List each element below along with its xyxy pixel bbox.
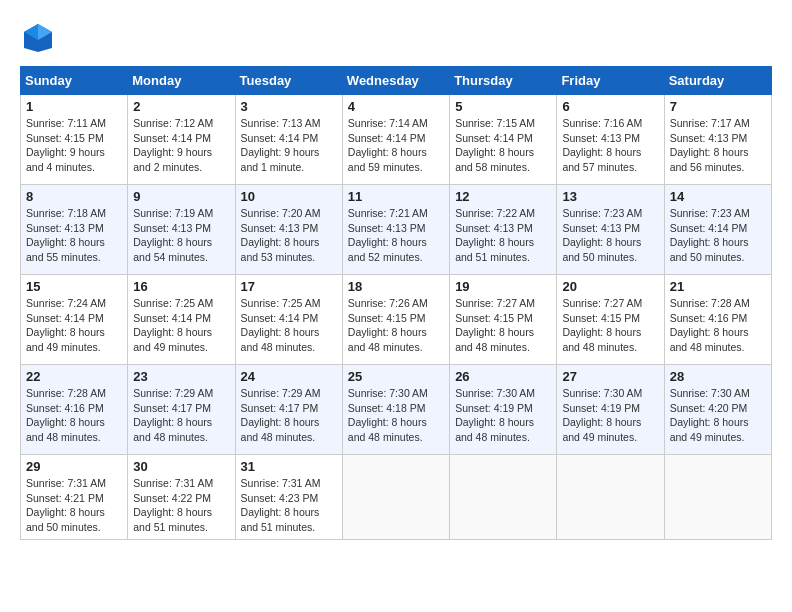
day-number: 6 (562, 99, 658, 114)
day-number: 8 (26, 189, 122, 204)
calendar-week-2: 8Sunrise: 7:18 AM Sunset: 4:13 PM Daylig… (21, 185, 772, 275)
calendar-cell: 22Sunrise: 7:28 AM Sunset: 4:16 PM Dayli… (21, 365, 128, 455)
calendar-cell: 26Sunrise: 7:30 AM Sunset: 4:19 PM Dayli… (450, 365, 557, 455)
calendar-cell: 23Sunrise: 7:29 AM Sunset: 4:17 PM Dayli… (128, 365, 235, 455)
day-info: Sunrise: 7:26 AM Sunset: 4:15 PM Dayligh… (348, 296, 444, 355)
day-number: 27 (562, 369, 658, 384)
day-number: 28 (670, 369, 766, 384)
calendar-week-1: 1Sunrise: 7:11 AM Sunset: 4:15 PM Daylig… (21, 95, 772, 185)
day-number: 10 (241, 189, 337, 204)
day-info: Sunrise: 7:16 AM Sunset: 4:13 PM Dayligh… (562, 116, 658, 175)
day-info: Sunrise: 7:28 AM Sunset: 4:16 PM Dayligh… (670, 296, 766, 355)
calendar-cell: 27Sunrise: 7:30 AM Sunset: 4:19 PM Dayli… (557, 365, 664, 455)
day-number: 26 (455, 369, 551, 384)
day-number: 20 (562, 279, 658, 294)
calendar-cell: 31Sunrise: 7:31 AM Sunset: 4:23 PM Dayli… (235, 455, 342, 540)
column-header-sunday: Sunday (21, 67, 128, 95)
day-info: Sunrise: 7:25 AM Sunset: 4:14 PM Dayligh… (133, 296, 229, 355)
day-number: 11 (348, 189, 444, 204)
calendar-cell: 25Sunrise: 7:30 AM Sunset: 4:18 PM Dayli… (342, 365, 449, 455)
calendar-week-3: 15Sunrise: 7:24 AM Sunset: 4:14 PM Dayli… (21, 275, 772, 365)
calendar-cell: 9Sunrise: 7:19 AM Sunset: 4:13 PM Daylig… (128, 185, 235, 275)
calendar-cell: 7Sunrise: 7:17 AM Sunset: 4:13 PM Daylig… (664, 95, 771, 185)
day-info: Sunrise: 7:31 AM Sunset: 4:22 PM Dayligh… (133, 476, 229, 535)
logo (20, 20, 62, 56)
day-number: 12 (455, 189, 551, 204)
day-info: Sunrise: 7:30 AM Sunset: 4:20 PM Dayligh… (670, 386, 766, 445)
page-header (20, 20, 772, 56)
day-number: 17 (241, 279, 337, 294)
day-number: 19 (455, 279, 551, 294)
calendar-cell: 4Sunrise: 7:14 AM Sunset: 4:14 PM Daylig… (342, 95, 449, 185)
column-header-friday: Friday (557, 67, 664, 95)
column-header-wednesday: Wednesday (342, 67, 449, 95)
day-info: Sunrise: 7:30 AM Sunset: 4:19 PM Dayligh… (455, 386, 551, 445)
column-header-tuesday: Tuesday (235, 67, 342, 95)
calendar-cell (664, 455, 771, 540)
day-info: Sunrise: 7:18 AM Sunset: 4:13 PM Dayligh… (26, 206, 122, 265)
calendar-cell: 19Sunrise: 7:27 AM Sunset: 4:15 PM Dayli… (450, 275, 557, 365)
day-number: 13 (562, 189, 658, 204)
day-info: Sunrise: 7:29 AM Sunset: 4:17 PM Dayligh… (133, 386, 229, 445)
calendar-cell (342, 455, 449, 540)
day-info: Sunrise: 7:28 AM Sunset: 4:16 PM Dayligh… (26, 386, 122, 445)
column-header-saturday: Saturday (664, 67, 771, 95)
calendar-cell: 18Sunrise: 7:26 AM Sunset: 4:15 PM Dayli… (342, 275, 449, 365)
calendar-week-5: 29Sunrise: 7:31 AM Sunset: 4:21 PM Dayli… (21, 455, 772, 540)
day-info: Sunrise: 7:23 AM Sunset: 4:14 PM Dayligh… (670, 206, 766, 265)
day-number: 5 (455, 99, 551, 114)
day-info: Sunrise: 7:13 AM Sunset: 4:14 PM Dayligh… (241, 116, 337, 175)
day-number: 21 (670, 279, 766, 294)
calendar-cell: 11Sunrise: 7:21 AM Sunset: 4:13 PM Dayli… (342, 185, 449, 275)
day-info: Sunrise: 7:15 AM Sunset: 4:14 PM Dayligh… (455, 116, 551, 175)
calendar-cell: 3Sunrise: 7:13 AM Sunset: 4:14 PM Daylig… (235, 95, 342, 185)
day-info: Sunrise: 7:27 AM Sunset: 4:15 PM Dayligh… (562, 296, 658, 355)
day-info: Sunrise: 7:12 AM Sunset: 4:14 PM Dayligh… (133, 116, 229, 175)
day-info: Sunrise: 7:22 AM Sunset: 4:13 PM Dayligh… (455, 206, 551, 265)
calendar-cell (557, 455, 664, 540)
calendar-cell: 15Sunrise: 7:24 AM Sunset: 4:14 PM Dayli… (21, 275, 128, 365)
day-info: Sunrise: 7:27 AM Sunset: 4:15 PM Dayligh… (455, 296, 551, 355)
day-info: Sunrise: 7:31 AM Sunset: 4:23 PM Dayligh… (241, 476, 337, 535)
day-info: Sunrise: 7:30 AM Sunset: 4:19 PM Dayligh… (562, 386, 658, 445)
day-number: 3 (241, 99, 337, 114)
calendar-table: SundayMondayTuesdayWednesdayThursdayFrid… (20, 66, 772, 540)
day-info: Sunrise: 7:31 AM Sunset: 4:21 PM Dayligh… (26, 476, 122, 535)
day-number: 2 (133, 99, 229, 114)
logo-icon (20, 20, 56, 56)
calendar-cell: 6Sunrise: 7:16 AM Sunset: 4:13 PM Daylig… (557, 95, 664, 185)
day-info: Sunrise: 7:17 AM Sunset: 4:13 PM Dayligh… (670, 116, 766, 175)
day-info: Sunrise: 7:19 AM Sunset: 4:13 PM Dayligh… (133, 206, 229, 265)
calendar-cell: 12Sunrise: 7:22 AM Sunset: 4:13 PM Dayli… (450, 185, 557, 275)
calendar-cell: 28Sunrise: 7:30 AM Sunset: 4:20 PM Dayli… (664, 365, 771, 455)
calendar-cell: 17Sunrise: 7:25 AM Sunset: 4:14 PM Dayli… (235, 275, 342, 365)
day-info: Sunrise: 7:29 AM Sunset: 4:17 PM Dayligh… (241, 386, 337, 445)
calendar-week-4: 22Sunrise: 7:28 AM Sunset: 4:16 PM Dayli… (21, 365, 772, 455)
day-number: 7 (670, 99, 766, 114)
day-number: 29 (26, 459, 122, 474)
day-info: Sunrise: 7:30 AM Sunset: 4:18 PM Dayligh… (348, 386, 444, 445)
calendar-cell (450, 455, 557, 540)
day-number: 23 (133, 369, 229, 384)
day-number: 31 (241, 459, 337, 474)
calendar-cell: 10Sunrise: 7:20 AM Sunset: 4:13 PM Dayli… (235, 185, 342, 275)
calendar-cell: 14Sunrise: 7:23 AM Sunset: 4:14 PM Dayli… (664, 185, 771, 275)
column-header-monday: Monday (128, 67, 235, 95)
day-info: Sunrise: 7:20 AM Sunset: 4:13 PM Dayligh… (241, 206, 337, 265)
day-number: 30 (133, 459, 229, 474)
day-info: Sunrise: 7:24 AM Sunset: 4:14 PM Dayligh… (26, 296, 122, 355)
calendar-cell: 24Sunrise: 7:29 AM Sunset: 4:17 PM Dayli… (235, 365, 342, 455)
day-number: 9 (133, 189, 229, 204)
day-number: 1 (26, 99, 122, 114)
day-info: Sunrise: 7:21 AM Sunset: 4:13 PM Dayligh… (348, 206, 444, 265)
day-info: Sunrise: 7:23 AM Sunset: 4:13 PM Dayligh… (562, 206, 658, 265)
day-number: 25 (348, 369, 444, 384)
day-number: 24 (241, 369, 337, 384)
calendar-cell: 8Sunrise: 7:18 AM Sunset: 4:13 PM Daylig… (21, 185, 128, 275)
column-header-thursday: Thursday (450, 67, 557, 95)
day-number: 15 (26, 279, 122, 294)
calendar-cell: 21Sunrise: 7:28 AM Sunset: 4:16 PM Dayli… (664, 275, 771, 365)
day-info: Sunrise: 7:14 AM Sunset: 4:14 PM Dayligh… (348, 116, 444, 175)
calendar-cell: 30Sunrise: 7:31 AM Sunset: 4:22 PM Dayli… (128, 455, 235, 540)
calendar-cell: 29Sunrise: 7:31 AM Sunset: 4:21 PM Dayli… (21, 455, 128, 540)
